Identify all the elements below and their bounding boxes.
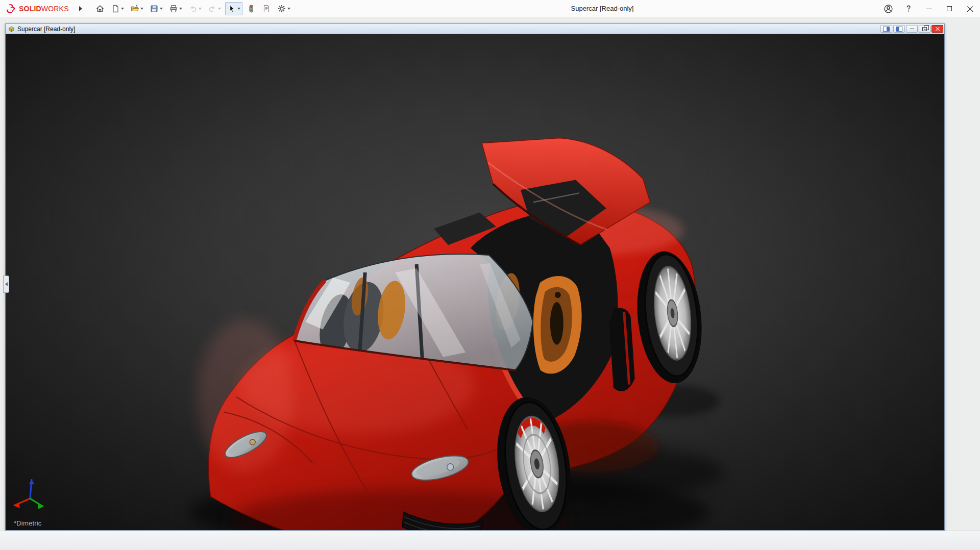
print-button[interactable]	[167, 2, 184, 15]
close-icon	[935, 27, 940, 31]
pane-window-button-1[interactable]	[880, 25, 892, 33]
document-window: Supercar [Read-only]	[5, 23, 945, 531]
account-button[interactable]	[878, 0, 898, 17]
undo-icon	[188, 4, 198, 13]
save-button[interactable]	[148, 2, 165, 15]
3d-viewport-canvas[interactable]	[6, 34, 944, 530]
dropdown-caret-icon[interactable]	[121, 8, 124, 10]
minimize-icon	[910, 29, 914, 29]
status-bar	[0, 531, 980, 550]
options-gear-icon	[277, 4, 286, 13]
select-tool-button[interactable]	[225, 2, 242, 15]
pane-window-button-2[interactable]	[893, 25, 905, 33]
close-button[interactable]	[960, 0, 980, 17]
dropdown-caret-icon[interactable]	[287, 8, 290, 10]
doc-restore-button[interactable]	[919, 25, 930, 33]
open-button[interactable]	[128, 2, 145, 15]
document-title: Supercar [Read-only]	[17, 26, 75, 33]
save-icon	[150, 4, 159, 13]
window-pane-icon	[896, 27, 902, 32]
restore-icon	[922, 27, 927, 31]
dropdown-caret-icon[interactable]	[237, 8, 240, 10]
dropdown-caret-icon[interactable]	[199, 8, 202, 10]
file-properties-button[interactable]	[260, 2, 273, 15]
solidworks-wordmark: SOLIDWORKS	[19, 5, 69, 13]
help-icon	[904, 4, 913, 13]
graphics-viewport[interactable]: *Dimetric	[6, 34, 944, 530]
dropdown-caret-icon[interactable]	[160, 8, 163, 10]
account-icon	[884, 4, 893, 14]
mdi-client-area: Supercar [Read-only]	[0, 18, 980, 531]
maximize-icon	[947, 6, 952, 11]
undo-button[interactable]	[186, 2, 204, 15]
doc-close-button[interactable]	[932, 25, 943, 33]
home-button[interactable]	[93, 2, 107, 15]
solidworks-logo: SOLIDWORKS	[0, 3, 69, 14]
options-button[interactable]	[275, 2, 292, 15]
file-properties-icon	[262, 4, 271, 13]
app-titlebar: SOLIDWORKS	[0, 0, 980, 17]
new-document-button[interactable]	[109, 2, 126, 15]
document-window-controls	[880, 25, 943, 33]
redo-button[interactable]	[206, 2, 223, 15]
collapsed-panel-tab[interactable]	[3, 276, 9, 293]
view-orientation-label: *Dimetric	[14, 519, 42, 527]
help-button[interactable]	[898, 0, 919, 17]
redo-icon	[208, 4, 217, 13]
minimize-icon	[926, 9, 932, 9]
document-titlebar[interactable]: Supercar [Read-only]	[6, 24, 944, 34]
open-folder-icon	[130, 4, 139, 13]
rebuild-icon	[247, 4, 256, 13]
minimize-button[interactable]	[919, 0, 939, 17]
doc-minimize-button[interactable]	[906, 25, 918, 33]
dropdown-caret-icon[interactable]	[179, 8, 182, 10]
dassault-mark-icon	[5, 3, 16, 14]
maximize-button[interactable]	[939, 0, 960, 17]
menu-flyout-arrow[interactable]	[77, 4, 84, 13]
window-controls	[878, 0, 980, 17]
home-icon	[95, 4, 105, 13]
print-icon	[169, 4, 178, 13]
rebuild-button[interactable]	[244, 2, 258, 15]
solidworks-part-icon	[8, 25, 15, 33]
close-icon	[967, 6, 973, 12]
window-title: Supercar [Read-only]	[531, 0, 674, 17]
dropdown-caret-icon[interactable]	[218, 8, 221, 10]
dropdown-caret-icon[interactable]	[140, 8, 143, 10]
select-cursor-icon	[227, 4, 236, 13]
quick-access-toolbar	[93, 2, 292, 15]
window-pane-icon	[883, 27, 890, 32]
right-chevron-icon	[79, 6, 82, 11]
new-document-icon	[111, 4, 120, 13]
left-chevron-icon	[5, 282, 8, 286]
